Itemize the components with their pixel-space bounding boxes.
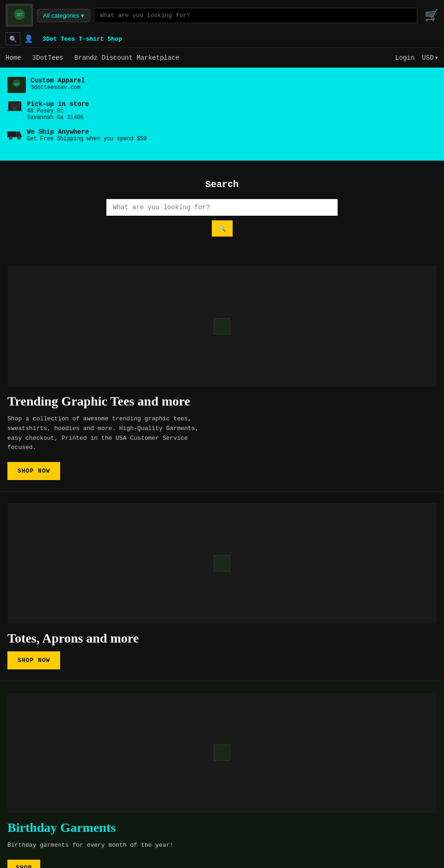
birthday-desc: Birthday garments for every month of the… xyxy=(7,841,211,850)
svg-rect-10 xyxy=(7,131,17,137)
custom-apparel-icon: 3DT xyxy=(7,77,26,93)
currency-label: USD xyxy=(422,54,433,62)
pickup-info: Pick-up in store 48 Posey St Savannah Ga… xyxy=(27,100,89,121)
svg-point-15 xyxy=(18,137,20,139)
store-name-label: 3Dot Tees T-shirt Shop xyxy=(37,36,122,43)
trending-section: Trending Graphic Tees and more Shop a co… xyxy=(0,255,444,491)
store-info-section: 3DT Custom Apparel 3dotteessav.com Pick-… xyxy=(0,68,444,161)
nav-right: Login USD ▾ xyxy=(395,54,438,62)
nav-bar: Home 3DotTees Brandz Discount Marketplac… xyxy=(0,47,444,68)
search-icon-main: 🔍 xyxy=(218,225,226,232)
trending-desc: Shop a collection of awesome trending gr… xyxy=(7,414,211,453)
birthday-image xyxy=(7,693,437,813)
totes-title: Totes, Aprons and more xyxy=(7,631,437,646)
svg-rect-8 xyxy=(13,107,17,110)
totes-section: Totes, Aprons and more SHOP NOW xyxy=(0,492,444,681)
logo: 3DT xyxy=(6,4,33,27)
birthday-section: Birthday Garments Birthday garments for … xyxy=(0,681,444,868)
custom-apparel-url: 3dotteessav.com xyxy=(31,84,85,91)
trending-shop-now-button[interactable]: SHOP NOW xyxy=(7,462,60,480)
trending-image xyxy=(7,266,437,387)
search-button-sm[interactable]: 🔍 xyxy=(6,32,20,45)
custom-apparel-title: Custom Apparel xyxy=(31,77,85,84)
svg-text:3DT: 3DT xyxy=(14,82,19,86)
shipping-block: We Ship Anywhere Get Free Shipping when … xyxy=(7,128,437,142)
search-icon-sm: 🔍 xyxy=(9,36,17,43)
chevron-down-icon: ▾ xyxy=(81,12,84,19)
search-section: Search 🔍 xyxy=(0,161,444,255)
search-input-main[interactable] xyxy=(106,199,338,216)
trending-title: Trending Graphic Tees and more xyxy=(7,394,437,409)
user-icon[interactable]: 👤 xyxy=(24,34,33,44)
pickup-address: 48 Posey St xyxy=(27,108,89,114)
shipping-info: We Ship Anywhere Get Free Shipping when … xyxy=(27,128,147,142)
custom-apparel-info: Custom Apparel 3dotteessav.com xyxy=(31,77,85,91)
shipping-icon xyxy=(7,128,22,141)
top-bar: 3DT All categories ▾ 🛒 xyxy=(0,0,444,31)
search-input-top[interactable] xyxy=(94,8,417,23)
search-button-main[interactable]: 🔍 xyxy=(212,220,233,237)
pickup-title: Pick-up in store xyxy=(27,100,89,108)
category-label: All categories xyxy=(43,12,79,19)
svg-point-14 xyxy=(10,137,12,139)
pickup-block: Pick-up in store 48 Posey St Savannah Ga… xyxy=(7,100,437,121)
svg-text:3DT: 3DT xyxy=(16,13,23,17)
search-title: Search xyxy=(7,179,437,190)
cart-icon[interactable]: 🛒 xyxy=(425,9,438,22)
sub-header-row: 🔍 👤 3Dot Tees T-shirt Shop xyxy=(0,31,444,47)
nav-3dottees[interactable]: 3DotTees xyxy=(32,54,63,62)
category-dropdown[interactable]: All categories ▾ xyxy=(37,9,90,22)
birthday-title: Birthday Garments xyxy=(7,820,437,835)
currency-arrow-icon: ▾ xyxy=(435,54,438,62)
pickup-icon xyxy=(7,100,22,113)
login-link[interactable]: Login xyxy=(395,54,414,62)
shipping-title: We Ship Anywhere xyxy=(27,128,147,136)
custom-apparel-block: 3DT Custom Apparel 3dotteessav.com xyxy=(7,77,437,93)
totes-shop-now-button[interactable]: SHOP NOW xyxy=(7,651,60,669)
currency-selector[interactable]: USD ▾ xyxy=(422,54,438,62)
pickup-city: Savannah Ga 31406 xyxy=(27,114,89,121)
birthday-shop-button[interactable]: SHOP xyxy=(7,860,40,868)
nav-home[interactable]: Home xyxy=(6,54,21,62)
totes-image xyxy=(7,503,437,624)
shipping-desc: Get Free Shipping when you spend $50 xyxy=(27,136,147,142)
nav-brandz[interactable]: Brandz Discount Marketplace xyxy=(74,54,179,62)
